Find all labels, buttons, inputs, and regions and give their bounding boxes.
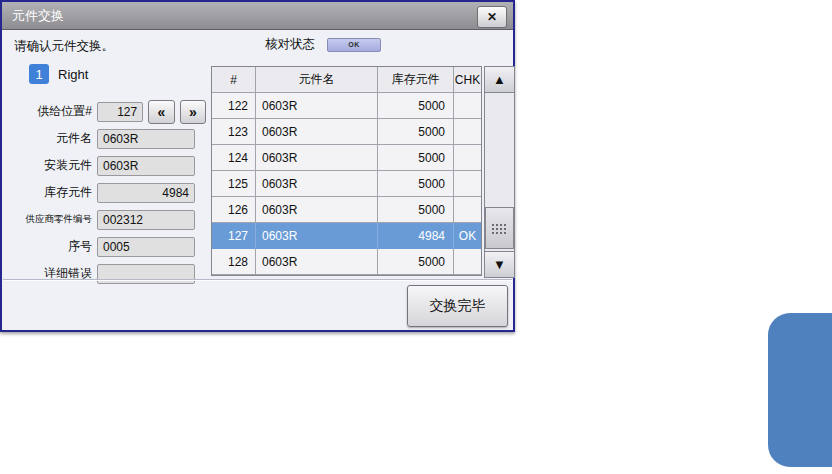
- vendor-part-number-label: 供应商零件编号: [8, 213, 97, 226]
- corner-blue-panel: [768, 313, 832, 467]
- cell-number: 127: [212, 223, 256, 249]
- mounted-part-label: 安装元件: [8, 157, 97, 174]
- cell-stock: 5000: [378, 171, 454, 197]
- dialog-titlebar: 元件交换: [2, 2, 513, 30]
- cell-part-name: 0603R: [256, 223, 378, 249]
- cell-part-name: 0603R: [256, 171, 378, 197]
- cell-stock: 5000: [378, 93, 454, 119]
- mounted-part-field[interactable]: 0603R: [97, 156, 195, 176]
- column-header-chk: CHK: [454, 67, 481, 93]
- cell-chk: [454, 197, 481, 223]
- cell-number: 125: [212, 171, 256, 197]
- cell-chk: [454, 249, 481, 275]
- stock-table: # 元件名 库存元件 CHK 122 0603R 5000 123 0603R …: [211, 66, 482, 276]
- next-position-button[interactable]: »: [180, 100, 206, 124]
- cell-part-name: 0603R: [256, 197, 378, 223]
- cell-stock: 5000: [378, 119, 454, 145]
- double-chevron-right-icon: »: [189, 105, 197, 119]
- check-status-badge: OK: [327, 38, 381, 52]
- cell-chk: [454, 119, 481, 145]
- cell-chk: OK: [454, 223, 481, 249]
- close-icon: ✕: [487, 10, 497, 24]
- scrollbar-thumb[interactable]: [485, 207, 514, 249]
- serial-number-label: 序号: [8, 238, 97, 255]
- grip-dots-icon: [491, 223, 508, 234]
- check-status: 核对状态 OK: [265, 36, 381, 53]
- close-button[interactable]: ✕: [477, 6, 507, 28]
- part-name-field[interactable]: 0603R: [97, 129, 195, 149]
- cell-chk: [454, 93, 481, 119]
- form-row-serial-number: 序号 0005: [8, 233, 206, 260]
- double-chevron-left-icon: «: [157, 105, 165, 119]
- instruction-row: 请确认元件交换。 核对状态 OK: [2, 30, 513, 60]
- previous-position-button[interactable]: «: [148, 100, 174, 124]
- cell-number: 126: [212, 197, 256, 223]
- cell-part-name: 0603R: [256, 93, 378, 119]
- head-index-badge: 1: [29, 64, 49, 84]
- instruction-text: 请确认元件交换。: [14, 38, 114, 55]
- form-row-part-name: 元件名 0603R: [8, 125, 206, 152]
- cell-part-name: 0603R: [256, 145, 378, 171]
- cell-number: 124: [212, 145, 256, 171]
- column-header-number: #: [212, 67, 256, 93]
- cell-part-name: 0603R: [256, 119, 378, 145]
- component-exchange-dialog: 元件交换 ✕ 请确认元件交换。 核对状态 OK 1 Right 供给位置# 12…: [0, 0, 515, 332]
- column-header-stock: 库存元件: [378, 67, 454, 93]
- screen: 元件交换 ✕ 请确认元件交换。 核对状态 OK 1 Right 供给位置# 12…: [0, 0, 832, 474]
- stock-count-field[interactable]: 4984: [97, 183, 195, 203]
- cell-stock: 5000: [378, 145, 454, 171]
- feed-position-field[interactable]: 127: [97, 102, 143, 122]
- cell-chk: [454, 171, 481, 197]
- exchange-complete-button[interactable]: 交换完毕: [407, 285, 508, 327]
- dialog-title: 元件交换: [12, 7, 64, 25]
- column-header-part-name: 元件名: [256, 67, 378, 93]
- form-row-stock-count: 库存元件 4984: [8, 179, 206, 206]
- cell-stock: 5000: [378, 249, 454, 275]
- part-name-label: 元件名: [8, 130, 97, 147]
- footer-divider: [3, 279, 512, 281]
- exchange-form: 供给位置# 127 « » 元件名 0603R 安装元件 0603R 库存元件 …: [8, 98, 206, 287]
- arrow-up-icon: ▲: [493, 72, 506, 87]
- arrow-down-icon: ▼: [493, 257, 506, 272]
- head-side-label: Right: [58, 67, 88, 82]
- cell-part-name: 0603R: [256, 249, 378, 275]
- cell-number: 123: [212, 119, 256, 145]
- form-row-mounted-part: 安装元件 0603R: [8, 152, 206, 179]
- cell-chk: [454, 145, 481, 171]
- cell-stock: 4984: [378, 223, 454, 249]
- cell-number: 122: [212, 93, 256, 119]
- table-scrollbar[interactable]: ▲ ▼: [484, 66, 515, 278]
- form-row-vendor-part-number: 供应商零件编号 002312: [8, 206, 206, 233]
- cell-number: 128: [212, 249, 256, 275]
- form-row-feed-position: 供给位置# 127 « »: [8, 98, 206, 125]
- cell-stock: 5000: [378, 197, 454, 223]
- head-row: 1 Right: [29, 64, 88, 84]
- scroll-down-button[interactable]: ▼: [484, 251, 515, 278]
- serial-number-field[interactable]: 0005: [97, 237, 195, 257]
- feed-position-label: 供给位置#: [8, 103, 97, 120]
- vendor-part-number-field[interactable]: 002312: [97, 210, 195, 230]
- scroll-up-button[interactable]: ▲: [484, 66, 515, 93]
- check-status-label: 核对状态: [265, 36, 315, 53]
- form-row-error-detail: 详细错误: [8, 260, 206, 287]
- stock-count-label: 库存元件: [8, 184, 97, 201]
